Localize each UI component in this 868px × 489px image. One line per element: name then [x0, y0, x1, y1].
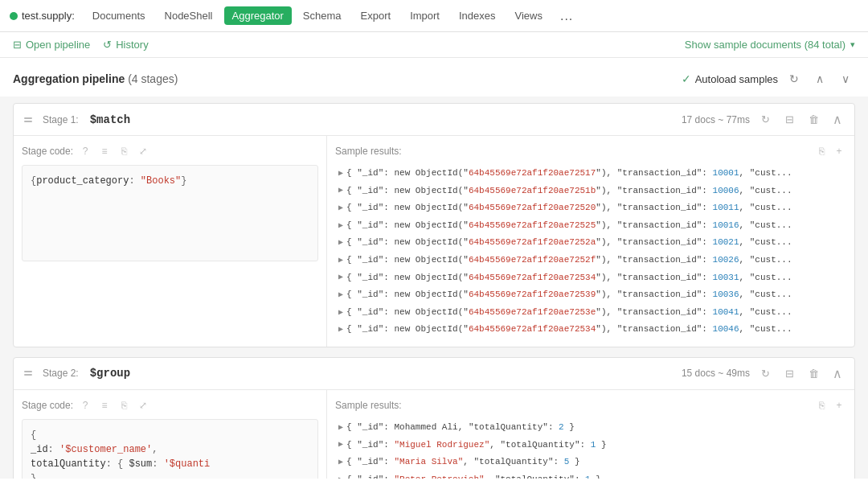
stage-2-sample-icons: ⎘ +: [814, 398, 846, 413]
nav-item-export[interactable]: Export: [353, 6, 399, 25]
stage-2-code-editor[interactable]: { _id: '$customer_name', totalQuantity: …: [22, 419, 318, 479]
connection-status-dot: [10, 12, 18, 20]
table-row[interactable]: ▶{ "_id": new ObjectId("64b45569e72af1f2…: [335, 321, 846, 339]
expand-arrow-icon[interactable]: ▶: [338, 289, 343, 302]
pipeline-title-bold: Aggregation pipeline: [13, 72, 125, 85]
nav-item-views[interactable]: Views: [507, 6, 551, 25]
expand-arrow-icon[interactable]: ▶: [338, 306, 343, 319]
expand-arrow-icon[interactable]: ▶: [338, 271, 343, 284]
checkmark-icon: ✓: [682, 72, 691, 85]
stage-2-help-button[interactable]: ?: [78, 398, 92, 413]
nav-item-documents[interactable]: Documents: [84, 6, 154, 25]
show-sample-button[interactable]: Show sample documents (84 total) ▾: [685, 39, 855, 51]
chevron-down-icon: ▾: [850, 39, 855, 50]
stage-2-refresh-button[interactable]: ↻: [756, 364, 774, 382]
expand-arrow-icon[interactable]: ▶: [338, 323, 343, 336]
stage-1-refresh-button[interactable]: ↻: [756, 111, 774, 129]
stage-2-sample-results-header: Sample results: ⎘ +: [335, 398, 846, 413]
stage-1-drag-handle[interactable]: [22, 116, 35, 124]
expand-arrow-icon[interactable]: ▶: [338, 474, 343, 479]
pipeline-icon: ⊟: [13, 39, 22, 51]
stage-2-delete-button[interactable]: 🗑: [805, 364, 822, 382]
expand-arrow-icon[interactable]: ▶: [338, 184, 343, 197]
expand-arrow-icon[interactable]: ▶: [338, 456, 343, 469]
table-row[interactable]: ▶{ "_id": new ObjectId("64b45569e72af1f2…: [335, 269, 846, 287]
stage-1-operator: $match: [90, 113, 130, 126]
stage-2-stats: 15 docs ~ 49ms: [682, 368, 750, 379]
collapse-up-button[interactable]: ∧: [810, 69, 829, 88]
show-sample-label: Show sample documents (84 total): [685, 39, 845, 51]
stage-2-copy-results-button[interactable]: ⎘: [814, 398, 829, 413]
expand-arrow-icon[interactable]: ▶: [338, 167, 343, 180]
stage-2-code-label: Stage code: ? ≡ ⎘ ⤢: [22, 398, 318, 413]
stage-1-copy-button[interactable]: ⎘: [117, 144, 131, 158]
nav-item-import[interactable]: Import: [402, 6, 448, 25]
history-button[interactable]: ↺ History: [103, 39, 148, 51]
stage-2-split-button[interactable]: ⊟: [780, 364, 798, 382]
nav-item-indexes[interactable]: Indexes: [451, 6, 504, 25]
table-row[interactable]: ▶{ "_id": new ObjectId("64b45569e72af1f2…: [335, 286, 846, 304]
table-row[interactable]: ▶{ "_id": new ObjectId("64b45569e72af1f2…: [335, 252, 846, 269]
stage-2-body: Stage code: ? ≡ ⎘ ⤢ { _id: '$customer_na…: [14, 390, 854, 479]
pipeline-header: Aggregation pipeline (4 stages) ✓ Autolo…: [0, 58, 868, 97]
history-label: History: [116, 39, 148, 51]
stage-2-results-list: ▶{ "_id": Mohammed Ali, "totalQuantity":…: [335, 419, 846, 479]
table-row[interactable]: ▶{ "_id": new ObjectId("64b45569e72af1f2…: [335, 183, 846, 200]
expand-arrow-icon[interactable]: ▶: [338, 421, 343, 434]
open-pipeline-label: Open pipeline: [26, 39, 90, 51]
pipeline-stages-count: (4 stages): [128, 72, 178, 85]
stage-2-drag-handle[interactable]: [22, 369, 35, 377]
expand-arrow-icon[interactable]: ▶: [338, 438, 343, 451]
nav-more-button[interactable]: ...: [554, 6, 579, 27]
table-row[interactable]: ▶{ "_id": new ObjectId("64b45569e72af1f2…: [335, 304, 846, 322]
open-pipeline-button[interactable]: ⊟ Open pipeline: [13, 39, 90, 51]
db-name: test.supply:: [22, 10, 75, 22]
stage-2-format-button[interactable]: ≡: [97, 398, 112, 413]
expand-arrow-icon[interactable]: ▶: [338, 220, 343, 232]
pipeline-title: Aggregation pipeline (4 stages): [13, 72, 178, 85]
stage-1-format-button[interactable]: ≡: [97, 144, 112, 158]
stage-2-collapse-button[interactable]: ∧: [829, 364, 846, 382]
stage-1-card: Stage 1: $match 17 docs ~ 77ms ↻ ⊟ 🗑 ∧ S…: [13, 103, 855, 347]
stage-1-left: Stage code: ? ≡ ⎘ ⤢ {product_category: "…: [14, 136, 327, 347]
table-row[interactable]: ▶{ "_id": "Peter Petrovich", "totalQuant…: [335, 471, 846, 479]
nav-item-schema[interactable]: Schema: [295, 6, 350, 25]
table-row[interactable]: ▶{ "_id": Mohammed Ali, "totalQuantity":…: [335, 419, 846, 437]
expand-arrow-icon[interactable]: ▶: [338, 236, 343, 249]
expand-arrow-icon[interactable]: ▶: [338, 254, 343, 267]
stage-1-help-button[interactable]: ?: [78, 144, 92, 158]
stage-1-delete-button[interactable]: 🗑: [805, 111, 822, 129]
pipeline-area: Stage 1: $match 17 docs ~ 77ms ↻ ⊟ 🗑 ∧ S…: [0, 97, 868, 479]
stage-2-sample-results-label: Sample results:: [335, 400, 402, 411]
stage-2-add-button[interactable]: +: [832, 398, 846, 413]
history-icon: ↺: [103, 39, 112, 51]
collapse-down-button[interactable]: ∨: [836, 69, 855, 88]
table-row[interactable]: ▶{ "_id": new ObjectId("64b45569e72af1f2…: [335, 165, 846, 183]
stage-2-label: Stage 2:: [43, 368, 79, 379]
table-row[interactable]: ▶{ "_id": new ObjectId("64b45569e72af1f2…: [335, 217, 846, 235]
table-row[interactable]: ▶{ "_id": "Maria Silva", "totalQuantity"…: [335, 454, 846, 471]
stage-1-sample-results-header: Sample results: ⎘ +: [335, 144, 846, 158]
stage-2-copy-button[interactable]: ⎘: [117, 398, 131, 413]
stage-1-stats: 17 docs ~ 77ms: [682, 114, 750, 125]
stage-1-code-editor[interactable]: {product_category: "Books"}: [22, 165, 318, 261]
stage-1-copy-results-button[interactable]: ⎘: [814, 144, 829, 158]
nav-item-nodeshell[interactable]: NodeShell: [157, 6, 221, 25]
db-indicator: test.supply:: [10, 10, 75, 22]
stage-2-card: Stage 2: $group 15 docs ~ 49ms ↻ ⊟ 🗑 ∧ S…: [13, 357, 855, 479]
stage-1-collapse-button[interactable]: ∧: [829, 111, 846, 129]
table-row[interactable]: ▶{ "_id": new ObjectId("64b45569e72af1f2…: [335, 234, 846, 252]
nav-item-aggregator[interactable]: Aggregator: [224, 6, 292, 25]
expand-arrow-icon[interactable]: ▶: [338, 202, 343, 215]
table-row[interactable]: ▶{ "_id": new ObjectId("64b45569e72af1f2…: [335, 199, 846, 217]
stage-1-expand-button[interactable]: ⤢: [136, 144, 150, 158]
stage-1-label: Stage 1:: [43, 114, 79, 125]
refresh-button[interactable]: ↻: [784, 69, 804, 88]
stage-1-header-right: 17 docs ~ 77ms ↻ ⊟ 🗑 ∧: [682, 111, 846, 129]
stage-1-results-list: ▶{ "_id": new ObjectId("64b45569e72af1f2…: [335, 165, 846, 339]
stage-1-add-button[interactable]: +: [832, 144, 846, 158]
stage-2-expand-button[interactable]: ⤢: [136, 398, 150, 413]
table-row[interactable]: ▶{ "_id": "Miguel Rodriguez", "totalQuan…: [335, 437, 846, 454]
autoload-checkbox[interactable]: ✓ Autoload samples: [682, 72, 778, 85]
stage-1-split-button[interactable]: ⊟: [780, 111, 798, 129]
